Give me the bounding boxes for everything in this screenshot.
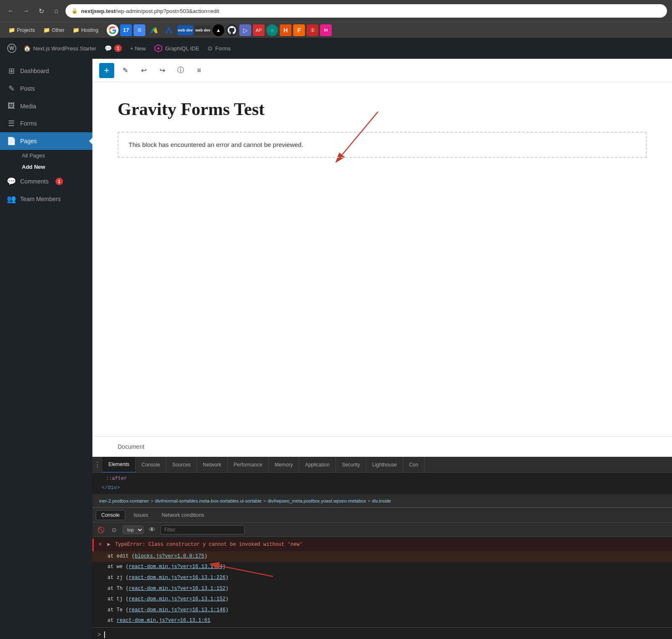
- admin-bar-graphiql[interactable]: GraphiQL IDE: [151, 42, 202, 54]
- editor-toolbar: + ✎ ↩ ↪ ⓘ ≡: [92, 59, 672, 82]
- black-circle-icon[interactable]: ▲: [213, 24, 224, 36]
- devtools-tab-lighthouse[interactable]: Lighthouse: [366, 457, 403, 473]
- document-meta: Document: [92, 436, 672, 457]
- stack-line-4[interactable]: at tj (react-dom.min.js?ver=16.13.1:152): [92, 594, 672, 605]
- pages-icon: 📄: [7, 136, 16, 146]
- add-block-button[interactable]: +: [99, 63, 114, 78]
- edit-button[interactable]: ✎: [118, 63, 133, 78]
- sidebar-item-media[interactable]: 🖼 Media: [0, 97, 92, 115]
- aptabase-icon[interactable]: ▷: [239, 24, 251, 36]
- url-text: nextjswp.test/wp-admin/post.php?post=503…: [81, 8, 219, 14]
- bookmark-projects[interactable]: 📁 Projects: [5, 26, 38, 34]
- console-toolbar: Console Issues Network conditions: [92, 508, 672, 523]
- devtools-breadcrumb: iner-2.postbox-container > div#normal-so…: [92, 494, 672, 508]
- sidebar-item-pages[interactable]: 📄 Pages: [0, 132, 92, 150]
- docs-icon[interactable]: ≡: [134, 24, 145, 36]
- invision-icon[interactable]: in: [320, 24, 332, 36]
- f-icon[interactable]: F: [293, 24, 305, 36]
- devtools-handle[interactable]: ⋮: [92, 457, 102, 473]
- sidebar-all-pages[interactable]: All Pages: [22, 150, 92, 161]
- redo-button[interactable]: ↪: [155, 63, 170, 78]
- github-icon[interactable]: [226, 24, 238, 36]
- devtools-tab-application[interactable]: Application: [299, 457, 336, 473]
- devtools-tab-memory[interactable]: Memory: [269, 457, 299, 473]
- console-error-row[interactable]: ✖ ▶ TypeError: Class constructor y canno…: [92, 539, 672, 551]
- h-icon[interactable]: H: [280, 24, 291, 36]
- forward-button[interactable]: →: [20, 5, 32, 17]
- undo-button[interactable]: ↩: [136, 63, 151, 78]
- editor-wrapper: + ✎ ↩ ↪ ⓘ ≡ Gravity Forms Test: [92, 59, 672, 457]
- sidebar-item-comments[interactable]: 💬 Comments 1: [0, 173, 92, 190]
- console-settings-button[interactable]: ⊙: [109, 525, 119, 535]
- visibility-button[interactable]: 👁: [147, 525, 157, 535]
- dashboard-icon: ⊞: [7, 66, 16, 76]
- context-select[interactable]: top: [123, 526, 144, 534]
- red-icon[interactable]: AP: [253, 24, 265, 36]
- google-icon[interactable]: [107, 24, 118, 36]
- console-input-row: >: [92, 627, 672, 639]
- home-button[interactable]: ⌂: [50, 5, 62, 17]
- address-bar[interactable]: 🔒 nextjswp.test/wp-admin/post.php?post=5…: [66, 4, 667, 18]
- block-error-box: This block has encountered an error and …: [118, 132, 647, 158]
- devtools-tab-con[interactable]: Con: [403, 457, 425, 473]
- stack-line-6[interactable]: at react-dom.min.js?ver=16.13.1:61: [92, 615, 672, 626]
- team-icon: 👥: [7, 194, 16, 204]
- admin-bar-site-name[interactable]: 🏠 Next.js WordPress Starter: [20, 43, 100, 53]
- svg-point-3: [168, 27, 170, 29]
- devtools-tab-security[interactable]: Security: [336, 457, 366, 473]
- webdev2-icon[interactable]: web dev: [195, 25, 211, 35]
- stack-line-2[interactable]: at zj (react-dom.min.js?ver=16.13.1:226): [92, 573, 672, 584]
- wp-logo[interactable]: W: [5, 42, 18, 55]
- console-tab-network-conditions[interactable]: Network conditions: [157, 511, 209, 520]
- devtools-tab-console[interactable]: Console: [136, 457, 166, 473]
- console-tab-console[interactable]: Console: [96, 510, 125, 520]
- info-button[interactable]: ⓘ: [173, 63, 188, 78]
- bookmark-hosting[interactable]: 📁 Hosting: [69, 26, 102, 34]
- devtools-tab-network[interactable]: Network: [197, 457, 228, 473]
- bookmarks-bar: 📁 Projects 📁 Other 📁 Hosting 17 ≡: [0, 22, 672, 38]
- bookmark-other[interactable]: 📁 Other: [40, 26, 68, 34]
- teal-icon[interactable]: ○: [266, 24, 278, 36]
- hub-icon[interactable]: [162, 24, 176, 37]
- lastpass-icon[interactable]: ①: [307, 24, 318, 36]
- reload-button[interactable]: ↻: [35, 5, 47, 17]
- calendar-icon[interactable]: 17: [120, 24, 132, 36]
- devtools-tab-sources[interactable]: Sources: [166, 457, 197, 473]
- stack-line-5[interactable]: at Te (react-dom.min.js?ver=16.13.1:146): [92, 605, 672, 616]
- breadcrumb-item-0[interactable]: iner-2.postbox-container: [97, 498, 151, 503]
- devtools-tab-performance[interactable]: Performance: [228, 457, 269, 473]
- devtools: ⋮ Elements Console Sources Network Perfo…: [92, 457, 672, 639]
- sidebar-item-posts[interactable]: ✎ Posts: [0, 80, 92, 97]
- console-clear-button[interactable]: 🚫: [96, 525, 106, 535]
- sidebar: ⊞ Dashboard ✎ Posts 🖼 Media ☰ Forms 📄 Pa…: [0, 59, 92, 639]
- stack-line-1[interactable]: at we (react-dom.min.js?ver=16.13.1:84): [92, 562, 672, 573]
- svg-point-11: [158, 47, 160, 50]
- breadcrumb-item-2[interactable]: div#wpseo_meta.postbox.yoast.wpseo-metab…: [266, 498, 368, 503]
- sidebar-item-forms[interactable]: ☰ Forms: [0, 115, 92, 132]
- console-output: ✖ ▶ TypeError: Class constructor y canno…: [92, 537, 672, 627]
- drive-icon[interactable]: [147, 24, 160, 37]
- admin-bar-comments[interactable]: 💬 1: [101, 43, 125, 54]
- sidebar-item-team-members[interactable]: 👥 Team Members: [0, 190, 92, 208]
- back-button[interactable]: ←: [5, 5, 17, 17]
- stack-line-3[interactable]: at Th (react-dom.min.js?ver=16.13.1:152): [92, 584, 672, 594]
- webdev-icon[interactable]: web dev: [177, 25, 193, 35]
- console-prompt: >: [97, 631, 101, 638]
- admin-bar-new[interactable]: + New: [127, 44, 149, 53]
- editor-area: + ✎ ↩ ↪ ⓘ ≡ Gravity Forms Test: [92, 59, 672, 457]
- sidebar-add-new[interactable]: Add New: [22, 161, 92, 173]
- error-expand-icon[interactable]: ▶: [107, 542, 110, 547]
- admin-bar-forms[interactable]: ⊙ Forms: [204, 43, 234, 53]
- list-view-button[interactable]: ≡: [192, 63, 207, 78]
- breadcrumb-item-1[interactable]: div#normal-sortables.meta-box-sortables.…: [153, 498, 263, 503]
- stack-line-0[interactable]: at edit (blocks.js?ver=1.0.0:175): [92, 551, 672, 562]
- browser-nav: ← → ↻ ⌂ 🔒 nextjswp.test/wp-admin/post.ph…: [0, 0, 672, 22]
- sidebar-item-dashboard[interactable]: ⊞ Dashboard: [0, 62, 92, 80]
- html-close-div: </div>: [97, 484, 667, 493]
- console-cursor: [104, 631, 105, 638]
- stack-line-7[interactable]: at unstable_runWithPriority (react.min.j…: [92, 626, 672, 627]
- console-filter-input[interactable]: [160, 525, 244, 534]
- devtools-tab-elements[interactable]: Elements: [102, 457, 136, 473]
- console-tab-issues[interactable]: Issues: [129, 511, 153, 520]
- breadcrumb-item-3[interactable]: div.inside: [370, 498, 393, 503]
